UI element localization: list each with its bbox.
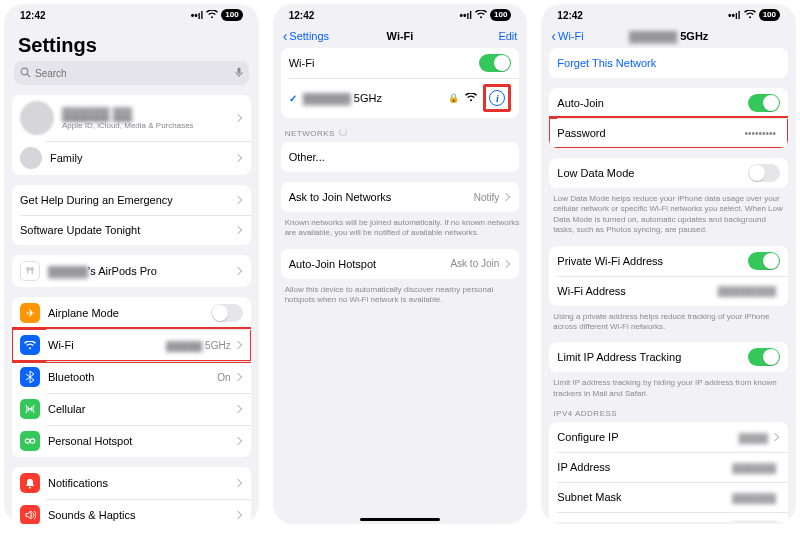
clock: 12:42 [289,10,315,21]
row-value: ▓▓▓▓▓▓ [732,492,776,503]
row-value: Notify [474,192,500,203]
nav-title: Wi-Fi [387,30,414,42]
ask-to-join-row[interactable]: Ask to Join Networks Notify [281,182,520,212]
status-icons: ••ıl 100 [459,9,511,21]
wifi-row[interactable]: Wi-Fi ▓▓▓▓▓ 5GHz [12,329,251,361]
chevron-right-icon [233,479,241,487]
row-label: Low Data Mode [557,167,748,179]
airpods-row[interactable]: ▓▓▓▓▓'s AirPods Pro [12,255,251,287]
auto-join-hotspot-row[interactable]: Auto-Join Hotspot Ask to Join [281,249,520,279]
password-row[interactable]: Password ••••••••• [549,118,788,148]
row-label: Auto-Join [557,97,748,109]
home-indicator [360,518,440,521]
back-button[interactable]: ‹ Settings [283,30,329,42]
airplane-icon: ✈ [20,303,40,323]
wifi-icon [206,10,218,21]
search-input[interactable] [35,68,231,79]
status-icons: ••ıl 100 [191,9,243,21]
low-data-toggle[interactable] [748,164,780,182]
other-network-row[interactable]: Other... [281,142,520,172]
mic-icon[interactable] [235,67,243,80]
svg-point-8 [25,439,29,443]
bluetooth-row[interactable]: Bluetooth On [12,361,251,393]
row-value: ▓▓▓▓▓▓▓▓ [718,285,776,296]
software-update-row[interactable]: Software Update Tonight [12,215,251,245]
hotspot-row[interactable]: Personal Hotspot [12,425,251,457]
airplane-mode-row[interactable]: ✈ Airplane Mode [12,297,251,329]
clock: 12:42 [20,10,46,21]
row-label: Router [557,521,732,522]
forget-network-row[interactable]: Forget This Network [549,48,788,78]
row-value: ▓▓▓▓▓▓ [732,462,776,473]
check-icon: ✓ [289,93,297,104]
status-bar: 12:42 ••ıl 100 [273,4,528,26]
battery-icon: 100 [221,9,242,21]
row-label: Family [50,152,235,164]
private-address-toggle[interactable] [748,252,780,270]
chevron-right-icon [502,193,510,201]
chevron-right-icon [771,433,779,441]
row-label: Configure IP [557,431,739,443]
svg-point-9 [30,439,34,443]
chevron-right-icon [233,114,241,122]
battery-icon: 100 [759,9,780,21]
row-label: Subnet Mask [557,491,732,503]
phone-settings: 12:42 ••ıl 100 Settings [4,4,259,524]
chevron-right-icon [233,405,241,413]
profile-name: ▓▓▓▓▓ ▓▓ [62,106,235,121]
search-field[interactable] [14,61,249,85]
phone-wifi-list: 12:42 ••ıl 100 ‹ Settings Wi-Fi Edit Wi-… [273,4,528,524]
back-button[interactable]: ‹ Wi-Fi [551,30,583,42]
lock-icon: 🔒 [448,93,459,103]
wifi-toggle[interactable] [479,54,511,72]
bluetooth-icon [20,367,40,387]
ask-to-join-footer: Known networks will be joined automatica… [285,218,520,239]
row-value: On [217,372,230,383]
ip-address-row: IP Address ▓▓▓▓▓▓ [549,452,788,482]
private-address-row: Private Wi-Fi Address [549,246,788,276]
nav-bar: ‹ Settings Wi-Fi Edit [273,26,528,48]
chevron-right-icon [233,226,241,234]
cellular-row[interactable]: Cellular [12,393,251,425]
auto-hotspot-footer: Allow this device to automatically disco… [285,285,520,306]
wifi-toggle-row: Wi-Fi [281,48,520,78]
row-label: Bluetooth [48,371,217,383]
row-label: Personal Hotspot [48,435,235,447]
chevron-right-icon [502,260,510,268]
notifications-row[interactable]: Notifications [12,467,251,499]
spinner-icon [339,128,347,136]
wifi-icon [744,10,756,21]
row-label: Wi-Fi [48,339,166,351]
configure-ip-row[interactable]: Configure IP ▓▓▓▓ [549,422,788,452]
family-row[interactable]: Family [12,141,251,175]
sounds-row[interactable]: Sounds & Haptics [12,499,251,524]
row-label: Private Wi-Fi Address [557,255,748,267]
search-icon [20,67,31,80]
limit-tracking-row: Limit IP Address Tracking [549,342,788,372]
emergency-help-row[interactable]: Get Help During an Emergency [12,185,251,215]
row-label: Sounds & Haptics [48,509,235,521]
row-label: ▓▓▓▓▓'s AirPods Pro [48,265,235,277]
row-label: IP Address [557,461,732,473]
edit-button[interactable]: Edit [498,30,517,42]
phone-wifi-detail: 12:42 ••ıl 100 ‹ Wi-Fi ▓▓▓▓▓▓ 5GHz Forge… [541,4,796,524]
notifications-icon [20,473,40,493]
row-label: Cellular [48,403,235,415]
nav-title: ▓▓▓▓▓▓ 5GHz [629,30,708,42]
airplane-toggle[interactable] [211,304,243,322]
auto-join-toggle[interactable] [748,94,780,112]
limit-tracking-toggle[interactable] [748,348,780,366]
apple-id-row[interactable]: ▓▓▓▓▓ ▓▓ Apple ID, iCloud, Media & Purch… [12,95,251,141]
section-networks: NETWORKS [285,128,516,138]
chevron-right-icon [233,267,241,275]
cellular-icon [20,399,40,419]
info-icon[interactable]: i [489,90,505,106]
chevron-right-icon [233,154,241,162]
limit-tracking-footer: Limit IP address tracking by hiding your… [553,378,788,399]
battery-icon: 100 [490,9,511,21]
chevron-right-icon [233,196,241,204]
row-label: Limit IP Address Tracking [557,351,748,363]
connected-network-row[interactable]: ✓ ▓▓▓▓▓▓ 5GHz 🔒 i [281,78,520,118]
wifi-icon [475,10,487,21]
row-value: ▓▓▓▓▓ 5GHz [166,340,231,351]
